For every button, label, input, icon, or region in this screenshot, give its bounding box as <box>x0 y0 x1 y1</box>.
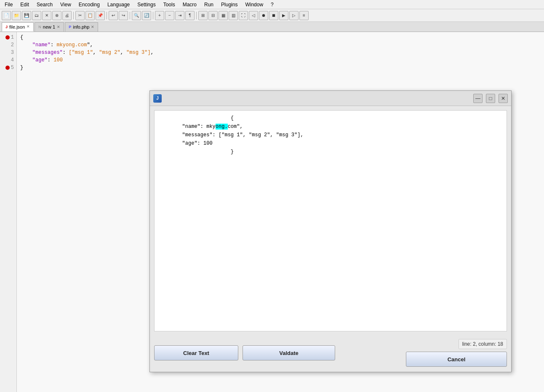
menu-tools[interactable]: Tools <box>162 1 176 8</box>
toolbar-sep-1 <box>73 12 74 19</box>
menu-edit[interactable]: Edit <box>19 1 30 8</box>
tab-new1-label: new 1 <box>43 24 55 29</box>
dialog-code-line-5: } <box>158 148 503 156</box>
toolbar-close-all[interactable]: ⊗ <box>52 11 61 20</box>
toolbar-sep-5 <box>196 12 197 19</box>
dialog-maximize-button[interactable]: □ <box>486 94 495 103</box>
tab-file-json-close[interactable]: ✕ <box>27 25 30 29</box>
code-line-5: } <box>20 64 541 72</box>
toolbar-b1[interactable]: ◁ <box>249 11 258 20</box>
dialog-code-line-3: "messages": ["msg 1", "msg 2", "msg 3"], <box>158 131 503 139</box>
line-num-1: 1 <box>2 34 14 41</box>
menu-language[interactable]: Language <box>106 1 131 8</box>
toolbar-zoom-out[interactable]: − <box>165 11 174 20</box>
menu-macro[interactable]: Macro <box>181 1 198 8</box>
code-line-2: "name": mkyong.com", <box>20 41 541 49</box>
toolbar: 📄 📁 💾 🗂 ✕ ⊗ 🖨 ✂ 📋 📌 ↩ ↪ 🔍 🔄 + − ⇥ ¶ ⊞ ⊟ … <box>0 9 544 22</box>
menu-file[interactable]: File <box>3 1 14 8</box>
toolbar-sep-4 <box>153 12 153 19</box>
toolbar-b3[interactable]: ≡ <box>299 11 309 20</box>
dialog-code-line-4: "age": 100 <box>158 139 503 148</box>
line-num-2: 2 <box>2 41 14 49</box>
toolbar-close[interactable]: ✕ <box>42 11 51 20</box>
highlight-ong: ong. <box>216 124 228 130</box>
dialog-editor[interactable]: { "name": mkyong.com", "messages": ["msg… <box>154 110 507 331</box>
toolbar-zoom-in[interactable]: + <box>155 11 164 20</box>
tab-new1-close[interactable]: ✕ <box>57 25 60 29</box>
toolbar-fullscreen[interactable]: ⛶ <box>239 11 248 20</box>
json-validator-dialog: J — □ ✕ { "name": mkyong.com", "messages… <box>149 90 512 372</box>
cancel-button[interactable]: Cancel <box>406 352 507 367</box>
breakpoint-5 <box>5 66 10 70</box>
tab-new-icon: N <box>38 25 41 29</box>
toolbar-copy[interactable]: 📋 <box>85 11 95 20</box>
toolbar-save[interactable]: 💾 <box>22 11 31 20</box>
toolbar-sep-2 <box>107 12 107 19</box>
dialog-titlebar: J — □ ✕ <box>150 91 511 106</box>
toolbar-save-all[interactable]: 🗂 <box>32 11 41 20</box>
menu-view[interactable]: View <box>59 1 72 8</box>
toolbar-paste[interactable]: 📌 <box>96 11 105 20</box>
validate-button[interactable]: Valdate <box>243 345 335 360</box>
tab-info-php-label: info.php <box>73 24 89 29</box>
line-5-num: 5 <box>11 64 14 72</box>
line-3-num: 3 <box>11 49 14 56</box>
dialog-footer: Clear Text Valdate line: 2, column: 18 C… <box>150 336 511 372</box>
toolbar-wrap[interactable]: ⊞ <box>198 11 208 20</box>
tab-info-php-close[interactable]: ✕ <box>91 25 94 29</box>
toolbar-split[interactable]: ⊟ <box>208 11 218 20</box>
tab-new1[interactable]: N new 1 ✕ <box>35 22 64 32</box>
toolbar-replace[interactable]: 🔄 <box>142 11 151 20</box>
line-num-4: 4 <box>2 56 14 64</box>
tab-file-json[interactable]: J file.json ✕ <box>2 22 34 32</box>
line-2-num: 2 <box>11 41 14 49</box>
clear-text-button[interactable]: Clear Text <box>154 345 238 360</box>
dialog-code-line-2: "name": mkyong.com", <box>158 122 503 131</box>
toolbar-indent[interactable]: ⇥ <box>175 11 184 20</box>
menu-window[interactable]: Window <box>244 1 264 8</box>
toolbar-new[interactable]: 📄 <box>2 11 11 20</box>
footer-right: line: 2, column: 18 Cancel <box>406 339 507 367</box>
tab-file-json-label: file.json <box>9 24 25 29</box>
tab-bar: J file.json ✕ N new 1 ✕ P info.php ✕ <box>0 22 544 32</box>
toolbar-find[interactable]: 🔍 <box>132 11 141 20</box>
menu-help[interactable]: ? <box>269 1 275 8</box>
line-4-num: 4 <box>11 56 14 64</box>
toolbar-print[interactable]: 🖨 <box>62 11 72 20</box>
toolbar-open[interactable]: 📁 <box>12 11 21 20</box>
menu-encoding[interactable]: Encoding <box>77 1 101 8</box>
status-text: line: 2, column: 18 <box>459 339 507 349</box>
line-num-3: 3 <box>2 49 14 56</box>
menu-run[interactable]: Run <box>203 1 215 8</box>
line-num-5: 5 <box>2 64 14 72</box>
tab-json-icon: J <box>5 25 8 29</box>
toolbar-unindent[interactable]: ¶ <box>185 11 195 20</box>
toolbar-redo[interactable]: ↪ <box>119 11 128 20</box>
toolbar-split-v[interactable]: ▦ <box>219 11 228 20</box>
menu-settings[interactable]: Settings <box>136 1 157 8</box>
toolbar-stop[interactable]: ⏹ <box>269 11 278 20</box>
toolbar-record[interactable]: ⏺ <box>259 11 268 20</box>
toolbar-sep-3 <box>130 12 130 19</box>
tab-php-icon: P <box>69 25 71 29</box>
dialog-icon: J <box>153 94 162 103</box>
code-line-1: { <box>20 34 541 41</box>
dialog-code-line-1: { <box>158 114 503 122</box>
toolbar-b2[interactable]: ▷ <box>289 11 299 20</box>
tab-info-php[interactable]: P info.php ✕ <box>65 22 98 32</box>
code-line-3: "messages": ["msg 1", "msg 2", "msg 3"], <box>20 49 541 56</box>
dialog-minimize-button[interactable]: — <box>473 94 483 103</box>
menu-plugins[interactable]: Plugins <box>220 1 239 8</box>
menu-bar: File Edit Search View Encoding Language … <box>0 0 544 9</box>
breakpoint-1 <box>5 35 10 40</box>
toolbar-play[interactable]: ▶ <box>279 11 288 20</box>
toolbar-cut[interactable]: ✂ <box>75 11 85 20</box>
menu-search[interactable]: Search <box>35 1 54 8</box>
line-1-num: 1 <box>11 34 14 41</box>
dialog-close-button[interactable]: ✕ <box>499 94 508 103</box>
toolbar-undo[interactable]: ↩ <box>109 11 118 20</box>
line-numbers: 1 2 3 4 5 <box>0 32 17 392</box>
toolbar-split-h[interactable]: ▥ <box>229 11 238 20</box>
code-line-4: "age": 100 <box>20 56 541 64</box>
